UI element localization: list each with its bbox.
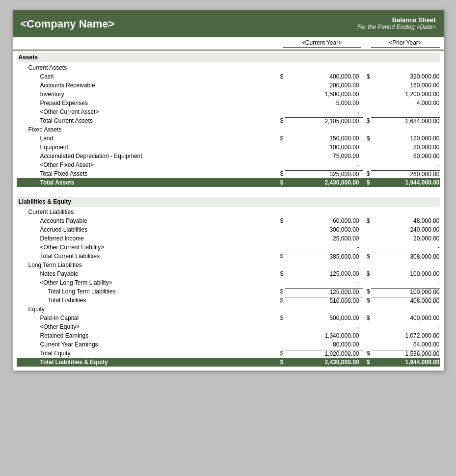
prepaid-label: Prepaid Expenses — [40, 100, 277, 106]
other-equity-cy: - — [285, 323, 363, 330]
table-row: Land $ 150,000.00 $ 120,000.00 — [17, 134, 440, 143]
ap-label: Accounts Payable — [40, 217, 277, 224]
total-current-assets-row: Total Current Assets $ 2,105,000.00 $ 1,… — [17, 116, 440, 125]
total-equity-row: Total Equity $ 1,920,000.00 $ 1,536,000.… — [17, 349, 440, 358]
equipment-py: 80,000.00 — [371, 144, 440, 151]
total-le-cy: 2,430,000.00 — [285, 359, 363, 366]
total-liabilities-cy: 510,000.00 — [285, 297, 363, 304]
total-fa-py: 260,000.00 — [371, 170, 440, 178]
total-liabilities-label: Total Liabilities — [48, 297, 277, 304]
total-fa-label: Total Fixed Assets — [40, 170, 277, 177]
cash-py: 320,000.00 — [371, 73, 440, 80]
total-lt-label: Total Long Term Liabilities — [48, 288, 277, 295]
cash-dollar: $ — [277, 73, 285, 80]
equipment-label: Equipment — [40, 144, 277, 151]
current-liabilities-label: Current Liabilities — [28, 209, 277, 215]
prior-year-header: <Prior Year> — [371, 39, 440, 48]
total-liabilities-equity-row: Total Liabilities & Equity $ 2,430,000.0… — [17, 358, 440, 367]
total-lt-liabilities-row: Total Long Term Liabilities $ 125,000.00… — [17, 287, 440, 296]
total-current-liabilities-row: Total Current Liabilities $ 385,000.00 $… — [17, 252, 440, 261]
lt-liabilities-label: Long Term Liabilities — [28, 262, 277, 268]
table-row: Retained Earnings 1,340,000.00 1,072,000… — [17, 331, 440, 340]
cash-dollar2: $ — [363, 73, 371, 80]
equity-label: Equity — [28, 306, 277, 313]
inventory-label: Inventory — [40, 91, 277, 98]
total-liabilities-py: 408,000.00 — [371, 297, 440, 304]
other-lt-cy: - — [285, 279, 363, 286]
other-fa-py: - — [371, 161, 440, 168]
table-row: Equipment 100,000.00 80,000.00 — [17, 143, 440, 152]
current-assets-header-row: Current Assets — [17, 63, 440, 72]
header: <Company Name> Balance Sheet For the Per… — [13, 10, 444, 37]
table-row: <Other Fixed Asset> - - — [17, 160, 440, 169]
total-ca-cy: 2,105,000.00 — [285, 117, 363, 125]
retained-earnings-label: Retained Earnings — [40, 332, 277, 339]
table-row: Inventory 1,500,000.00 1,200,000.00 — [17, 90, 440, 99]
table-row: Cash $ 400,000.00 $ 320,000.00 — [17, 72, 440, 81]
accrued-cy: 300,000.00 — [285, 226, 363, 233]
fixed-assets-header-row: Fixed Assets — [17, 125, 440, 134]
notes-payable-label: Notes Payable — [40, 270, 277, 277]
equipment-cy: 100,000.00 — [285, 144, 363, 151]
accrued-py: 240,000.00 — [371, 226, 440, 233]
table-row: <Other Current Asset> - - — [17, 107, 440, 116]
liabilities-equity-section-header: Liabilities & Equity — [17, 197, 440, 207]
inventory-py: 1,200,000.00 — [371, 91, 440, 98]
table-row: <Other Equity> - - — [17, 322, 440, 331]
table-row: <Other Current Liability> - - — [17, 243, 440, 252]
assets-section-header: Assets — [17, 53, 440, 62]
total-assets-cy: 2,430,000.00 — [285, 179, 363, 186]
ap-cy: 60,000.00 — [285, 217, 363, 224]
current-liabilities-header-row: Current Liabilities — [17, 208, 440, 216]
total-cl-cy: 385,000.00 — [285, 253, 363, 260]
land-py: 120,000.00 — [371, 135, 440, 142]
total-assets-row: Total Assets $ 2,430,000.00 $ 1,944,000.… — [17, 178, 440, 187]
notes-payable-py: 100,000.00 — [371, 270, 440, 277]
table-row: Accounts Receivable 200,000.00 160,000.0… — [17, 81, 440, 90]
current-year-earnings-py: 64,000.00 — [371, 341, 440, 348]
table-row: Deferred Income 25,000.00 20,000.00 — [17, 234, 440, 243]
header-right: Balance Sheet For the Period Ending <Dat… — [357, 16, 435, 30]
other-ca-py: - — [371, 108, 440, 115]
other-cl-cy: - — [285, 244, 363, 251]
company-name: <Company Name> — [21, 18, 115, 30]
cash-label: Cash — [40, 73, 277, 80]
total-cl-label: Total Current Liabilities — [40, 253, 277, 260]
other-ca-cy: - — [285, 108, 363, 115]
current-assets-label: Current Assets — [28, 64, 277, 71]
accum-dep-cy: 75,000.00 — [285, 153, 363, 159]
prepaid-py: 4,000.00 — [371, 100, 440, 106]
total-fa-cy: 325,000.00 — [285, 170, 363, 178]
total-le-label: Total Liabilities & Equity — [17, 359, 277, 366]
table-row: Accumulated Depreciation - Equipment 75,… — [17, 152, 440, 160]
total-equity-py: 1,536,000.00 — [371, 350, 440, 357]
deferred-cy: 25,000.00 — [285, 235, 363, 242]
accum-dep-py: 60,000.00 — [371, 153, 440, 159]
total-fixed-assets-row: Total Fixed Assets $ 325,000.00 $ 260,00… — [17, 169, 440, 178]
total-le-py: 1,944,000.00 — [371, 359, 440, 366]
other-fixed-label: <Other Fixed Asset> — [40, 161, 277, 168]
ar-py: 160,000.00 — [371, 82, 440, 89]
land-cy: 150,000.00 — [285, 135, 363, 142]
deferred-py: 20,000.00 — [371, 235, 440, 242]
paid-in-py: 400,000.00 — [371, 315, 440, 321]
long-term-liabilities-header-row: Long Term Liabilities — [17, 261, 440, 269]
accrued-liabilities-label: Accrued Liabilities — [40, 226, 277, 233]
total-equity-cy: 1,920,000.00 — [285, 350, 363, 357]
paid-in-cy: 500,000.00 — [285, 315, 363, 321]
total-liabilities-row: Total Liabilities $ 510,000.00 $ 408,000… — [17, 296, 440, 305]
fixed-assets-label: Fixed Assets — [28, 126, 277, 133]
table-row: Current Year Earnings 80,000.00 64,000.0… — [17, 340, 440, 349]
total-ca-py: 1,684,000.00 — [371, 117, 440, 125]
table-row: <Other Long Term Liability> - - — [17, 278, 440, 287]
balance-sheet: <Company Name> Balance Sheet For the Per… — [12, 10, 444, 371]
total-ca-label: Total Current Assets — [40, 117, 277, 124]
other-equity-label: <Other Equity> — [40, 323, 277, 330]
total-lt-py: 100,000.00 — [371, 288, 440, 295]
inventory-cy: 1,500,000.00 — [285, 91, 363, 98]
cash-cy: 400,000.00 — [285, 73, 363, 80]
equity-header-row: Equity — [17, 305, 440, 314]
table-row: Accounts Payable $ 60,000.00 $ 48,000.00 — [17, 216, 440, 225]
table-row: Notes Payable $ 125,000.00 $ 100,000.00 — [17, 269, 440, 278]
notes-payable-cy: 125,000.00 — [285, 270, 363, 277]
